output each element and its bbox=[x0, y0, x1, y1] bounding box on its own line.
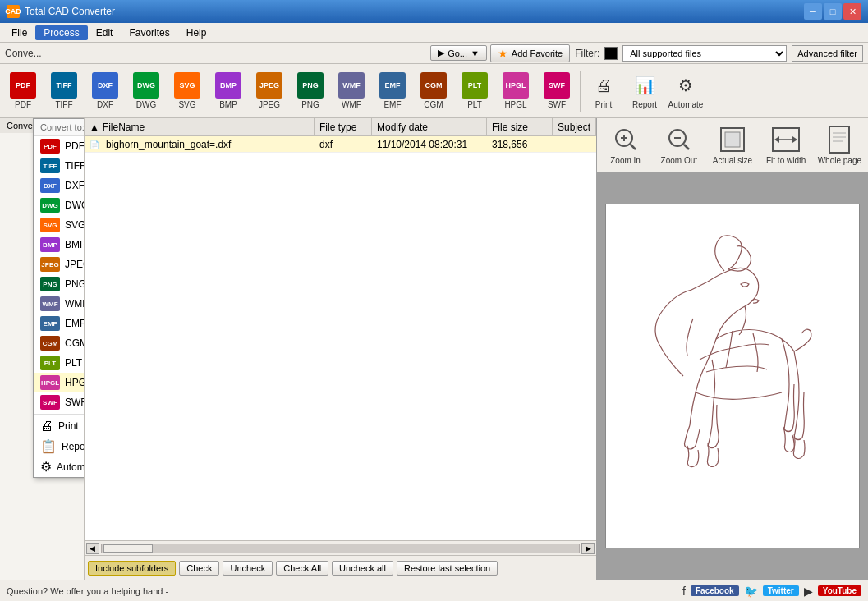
include-subfolders-button[interactable]: Include subfolders bbox=[88, 561, 176, 576]
toolbar-report[interactable]: 📊 Report bbox=[625, 67, 664, 115]
toolbar-print[interactable]: 🖨 Print bbox=[584, 67, 623, 115]
add-favorite-button[interactable]: ★ Add Favorite bbox=[490, 44, 570, 62]
file-row-1[interactable]: 📄 bighorn_mountain_goat=.dxf dxf 11/10/2… bbox=[85, 136, 596, 153]
dropdown-print[interactable]: 🖨 Print bbox=[34, 416, 85, 436]
cgm-icon: CGM bbox=[40, 336, 60, 351]
dropdown-hpgl-label: HPGL bbox=[65, 377, 85, 388]
filter-select[interactable]: All supported files bbox=[622, 45, 787, 62]
facebook-button[interactable]: Facebook bbox=[691, 585, 739, 596]
toolbar-pdf[interactable]: PDF PDF bbox=[3, 67, 43, 115]
hscroll-track[interactable] bbox=[101, 544, 580, 553]
file-checkbox: 📄 bbox=[85, 138, 101, 151]
fit-to-width-button[interactable]: Fit to width bbox=[761, 122, 811, 169]
toolbar-dwg[interactable]: DWG DWG bbox=[126, 67, 166, 115]
toolbar-bmp[interactable]: BMP BMP bbox=[209, 67, 248, 115]
toolbar-plt[interactable]: PLT PLT bbox=[455, 67, 494, 115]
filter-color bbox=[604, 47, 618, 60]
menu-help[interactable]: Help bbox=[178, 25, 215, 40]
dropdown-pdf-label: PDF bbox=[65, 140, 85, 152]
check-all-button[interactable]: Check All bbox=[276, 561, 328, 576]
restore-selection-button[interactable]: Restore last selection bbox=[397, 561, 498, 576]
uncheck-all-button[interactable]: Uncheck all bbox=[332, 561, 393, 576]
toolbar-emf[interactable]: EMF EMF bbox=[373, 67, 412, 115]
hscroll-area: ◀ ▶ bbox=[85, 540, 596, 555]
bottom-toolbar: Include subfolders Check Uncheck Check A… bbox=[85, 555, 596, 580]
dropdown-hpgl[interactable]: HPGL HPGL ↖ bbox=[34, 373, 85, 392]
wmf-icon: WMF bbox=[40, 296, 60, 311]
actual-size-button[interactable]: Actual size bbox=[708, 122, 757, 169]
toolbar-jpeg[interactable]: JPEG JPEG bbox=[250, 67, 289, 115]
zoom-out-button[interactable]: Zoom Out bbox=[654, 122, 704, 169]
col-filetype[interactable]: File type bbox=[315, 118, 372, 135]
dropdown-svg-label: SVG bbox=[65, 219, 85, 231]
dropdown-png[interactable]: PNG PNG bbox=[34, 274, 85, 294]
menu-favorites[interactable]: Favorites bbox=[121, 25, 177, 40]
youtube-button[interactable]: YouTube bbox=[818, 585, 861, 596]
dropdown-svg[interactable]: SVG SVG bbox=[34, 215, 85, 235]
advanced-filter-button[interactable]: Advanced filter bbox=[792, 45, 863, 62]
toolbar-svg[interactable]: SVG SVG bbox=[168, 67, 207, 115]
close-button[interactable]: ✕ bbox=[843, 3, 861, 20]
check-button[interactable]: Check bbox=[179, 561, 219, 576]
hscroll-left[interactable]: ◀ bbox=[86, 543, 99, 554]
svg-rect-8 bbox=[725, 132, 740, 147]
dropdown-png-label: PNG bbox=[65, 278, 85, 290]
dropdown-emf-label: EMF bbox=[65, 318, 85, 329]
toolbar-cgm[interactable]: CGM CGM bbox=[414, 67, 453, 115]
dropdown-jpeg[interactable]: JPEG JPEG bbox=[34, 255, 85, 274]
file-subject bbox=[553, 144, 596, 145]
dropdown-dxf[interactable]: DXF DXF bbox=[34, 176, 85, 195]
plt-icon: PLT bbox=[40, 356, 60, 370]
dropdown-automate[interactable]: ⚙ Automate bbox=[34, 456, 85, 477]
actual-size-icon bbox=[718, 125, 747, 154]
svg-rect-13 bbox=[829, 126, 849, 153]
report-icon: 📋 bbox=[40, 438, 57, 454]
twitter-button[interactable]: Twitter bbox=[763, 585, 799, 596]
menu-edit[interactable]: Edit bbox=[88, 25, 122, 40]
toolbar-hpgl[interactable]: HPGL HPGL bbox=[496, 67, 535, 115]
toolbar-png[interactable]: PNG PNG bbox=[291, 67, 330, 115]
toolbar-tiff[interactable]: TIFF TIFF bbox=[44, 67, 84, 115]
zoom-out-icon bbox=[664, 125, 694, 154]
col-filename[interactable]: ▲ FileName bbox=[85, 118, 315, 135]
maximize-button[interactable]: □ bbox=[824, 3, 842, 20]
menu-process[interactable]: Process bbox=[35, 25, 87, 40]
automate-icon: ⚙ bbox=[40, 459, 52, 475]
dropdown-swf[interactable]: SWF SWF bbox=[34, 392, 85, 412]
app-title: Total CAD Converter bbox=[25, 6, 115, 17]
col-filesize[interactable]: File size bbox=[487, 118, 553, 135]
dropdown-wmf[interactable]: WMF WMF bbox=[34, 294, 85, 314]
toolbar-wmf[interactable]: WMF WMF bbox=[332, 67, 371, 115]
social-links: f Facebook 🐦 Twitter ▶ YouTube bbox=[682, 585, 861, 598]
menu-file[interactable]: File bbox=[3, 25, 35, 40]
file-list: 📄 bighorn_mountain_goat=.dxf dxf 11/10/2… bbox=[85, 136, 596, 540]
toolbar-automate[interactable]: ⚙ Automate bbox=[666, 67, 705, 115]
toolbar: PDF PDF TIFF TIFF DXF DXF DWG DWG SVG SV… bbox=[0, 64, 868, 118]
col-modifydate[interactable]: Modify date bbox=[372, 118, 487, 135]
uncheck-button[interactable]: Uncheck bbox=[223, 561, 273, 576]
whole-page-button[interactable]: Whole page bbox=[815, 122, 864, 169]
toolbar-dxf[interactable]: DXF DXF bbox=[85, 67, 125, 115]
dropdown-dwg[interactable]: DWG DWG bbox=[34, 195, 85, 215]
dropdown-emf[interactable]: EMF EMF bbox=[34, 314, 85, 333]
emf-icon: EMF bbox=[40, 316, 60, 331]
toolbar-swf[interactable]: SWF SWF bbox=[537, 67, 576, 115]
dropdown-cgm-label: CGM bbox=[65, 337, 85, 349]
dropdown-plt[interactable]: PLT PLT bbox=[34, 353, 85, 373]
dropdown-report-label: Report bbox=[62, 441, 85, 452]
hscroll-right[interactable]: ▶ bbox=[581, 543, 595, 554]
dropdown-pdf[interactable]: PDF PDF bbox=[34, 136, 85, 156]
dropdown-bmp[interactable]: BMP BMP bbox=[34, 235, 85, 255]
go-button[interactable]: ▶ Go... ▼ bbox=[430, 45, 487, 61]
dropdown-swf-label: SWF bbox=[65, 397, 85, 408]
svg-icon: SVG bbox=[40, 218, 60, 232]
dropdown-report[interactable]: 📋 Report bbox=[34, 436, 85, 456]
svg-line-6 bbox=[684, 145, 689, 149]
minimize-button[interactable]: ─ bbox=[804, 3, 822, 20]
fit-to-width-icon bbox=[771, 125, 801, 154]
dropdown-cgm[interactable]: CGM CGM bbox=[34, 333, 85, 353]
col-subject[interactable]: Subject bbox=[553, 118, 596, 135]
zoom-in-button[interactable]: Zoom In bbox=[601, 122, 650, 169]
hscroll-thumb[interactable] bbox=[103, 544, 153, 553]
dropdown-tiff[interactable]: TIFF TIFF bbox=[34, 156, 85, 176]
